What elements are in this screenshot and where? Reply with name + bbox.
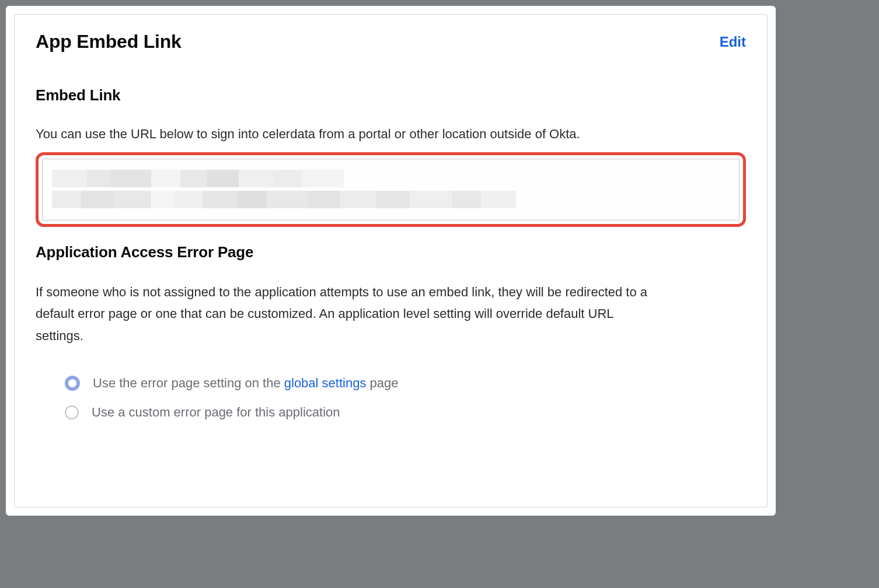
- frame: App Embed Link Edit Embed Link You can u…: [6, 6, 776, 516]
- label-prefix: Use the error page setting on the: [93, 376, 284, 390]
- redacted-row: [52, 191, 730, 208]
- label-suffix: page: [366, 376, 398, 390]
- panel-title: App Embed Link: [36, 31, 182, 52]
- radio-icon: [65, 376, 80, 391]
- label-prefix: Use a custom error page for this applica…: [92, 405, 340, 419]
- error-page-radio-group: Use the error page setting on the global…: [36, 376, 746, 420]
- radio-icon: [65, 405, 79, 419]
- radio-option-custom-error-page[interactable]: Use a custom error page for this applica…: [65, 405, 746, 420]
- embed-link-url-field[interactable]: [42, 159, 740, 220]
- panel-header: App Embed Link Edit: [36, 31, 746, 52]
- app-embed-link-panel: App Embed Link Edit Embed Link You can u…: [14, 14, 768, 508]
- redacted-row: [52, 170, 730, 187]
- error-page-heading: Application Access Error Page: [36, 243, 746, 261]
- radio-label: Use the error page setting on the global…: [93, 376, 398, 391]
- embed-link-heading: Embed Link: [36, 86, 746, 104]
- global-settings-link[interactable]: global settings: [284, 376, 367, 390]
- edit-button[interactable]: Edit: [720, 34, 746, 50]
- error-page-description: If someone who is not assigned to the ap…: [36, 281, 660, 346]
- radio-label: Use a custom error page for this applica…: [92, 405, 340, 420]
- radio-option-global-settings[interactable]: Use the error page setting on the global…: [65, 376, 746, 391]
- embed-link-description: You can use the URL below to sign into c…: [36, 124, 746, 144]
- embed-link-highlight: [36, 152, 746, 227]
